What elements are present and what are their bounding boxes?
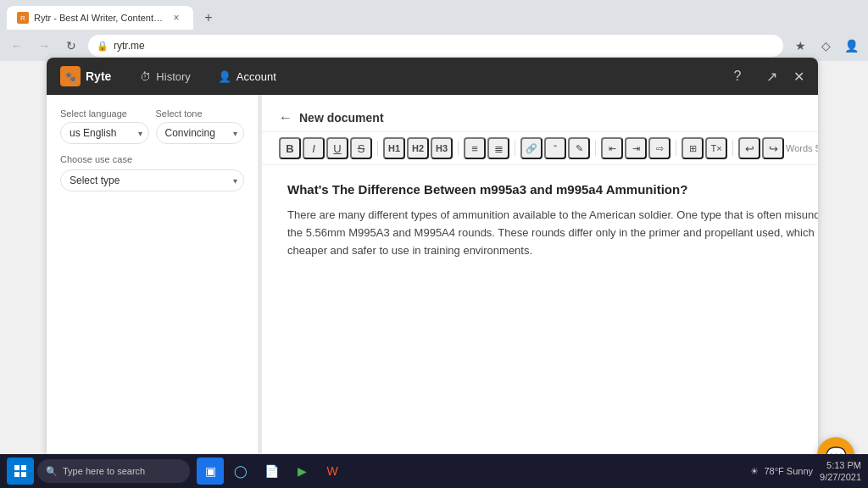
use-case-label: Choose use case: [60, 154, 244, 164]
doc-back-btn[interactable]: ←: [279, 110, 292, 125]
use-case-group: Choose use case Select type: [60, 154, 244, 191]
help-btn[interactable]: ?: [726, 64, 749, 88]
svg-rect-1: [21, 465, 26, 470]
quote-btn[interactable]: “: [544, 137, 566, 159]
strikethrough-btn[interactable]: S: [350, 137, 372, 159]
h1-btn[interactable]: H1: [383, 137, 405, 159]
align-left-btn[interactable]: ⇤: [601, 137, 623, 159]
url-lock-icon: 🔒: [97, 41, 108, 52]
toolbar-sep-5: [676, 141, 676, 156]
taskbar-app-1[interactable]: ▣: [197, 458, 224, 485]
weather-text: 78°F Sunny: [764, 466, 813, 476]
refresh-button[interactable]: ↻: [61, 36, 81, 56]
taskbar-app-2[interactable]: ◯: [227, 458, 254, 485]
svg-rect-0: [14, 465, 19, 470]
account-icon: 👤: [218, 70, 231, 83]
highlight-btn[interactable]: ✎: [568, 137, 590, 159]
taskbar-search[interactable]: 🔍 Type here to search: [37, 459, 190, 483]
tab-bar: R Rytr - Best AI Writer, Content G... × …: [0, 0, 868, 30]
tone-select-wrapper: Convincing: [156, 122, 245, 144]
taskbar-app-3[interactable]: 📄: [258, 458, 285, 485]
taskbar-app-4[interactable]: ▶: [288, 458, 315, 485]
app-window: 🐾 Ryte ⏱ History 👤 Account ? ↗ ✕ Se: [47, 58, 818, 456]
search-icon: 🔍: [46, 466, 58, 477]
toolbar-sep-2: [458, 141, 459, 156]
app-header: 🐾 Ryte ⏱ History 👤 Account ? ↗ ✕: [47, 58, 818, 95]
ul-btn[interactable]: ≡: [464, 137, 486, 159]
nav-items: ⏱ History 👤 Account: [128, 65, 726, 88]
profile-btn[interactable]: 👤: [841, 36, 861, 56]
underline-btn[interactable]: U: [326, 137, 348, 159]
doc-heading: What's The Difference Between m995a3 and…: [287, 182, 818, 197]
account-label: Account: [236, 70, 276, 83]
format-toolbar: B I U S H1 H2 H3 ≡ ≣ 🔗 “ ✎ ⇤ ⇥ ⇨ ⊞: [262, 132, 818, 165]
h2-btn[interactable]: H2: [407, 137, 429, 159]
word-char-count: Words 54 Characters 342: [786, 143, 818, 153]
svg-rect-3: [21, 472, 26, 477]
align-center-btn[interactable]: ⇥: [625, 137, 647, 159]
tab-title: Rytr - Best AI Writer, Content G...: [34, 13, 164, 23]
toolbar-sep-1: [377, 141, 378, 156]
language-label: Select language: [60, 108, 149, 119]
taskbar-right: ☀ 78°F Sunny 5:13 PM 9/27/2021: [750, 459, 861, 484]
history-label: History: [156, 70, 190, 83]
word-count-text: Words 54: [786, 143, 818, 153]
forward-button[interactable]: →: [34, 36, 54, 56]
history-nav-item[interactable]: ⏱ History: [128, 65, 202, 88]
redo-btn[interactable]: ↪: [762, 137, 784, 159]
active-tab[interactable]: R Rytr - Best AI Writer, Content G... ×: [7, 6, 193, 30]
h3-btn[interactable]: H3: [431, 137, 453, 159]
doc-body: There are many different types of ammuni…: [287, 207, 818, 259]
language-col: Select language us English: [60, 108, 149, 144]
use-case-select[interactable]: Select type: [60, 169, 244, 191]
taskbar-time: 5:13 PM 9/27/2021: [820, 459, 861, 484]
new-tab-btn[interactable]: +: [197, 6, 220, 30]
url-bar[interactable]: 🔒 rytr.me: [88, 35, 783, 57]
clear-btn[interactable]: T×: [705, 137, 727, 159]
sidebar: Select language us English Select tone C…: [47, 95, 259, 456]
browser-chrome: R Rytr - Best AI Writer, Content G... × …: [0, 0, 868, 61]
editor-header: ← New document ⋮: [262, 95, 818, 132]
weather-icon: ☀: [750, 466, 759, 477]
tone-select[interactable]: Convincing: [156, 122, 245, 144]
ol-btn[interactable]: ≣: [487, 137, 509, 159]
account-nav-item[interactable]: 👤 Account: [206, 65, 288, 88]
logo-icon: 🐾: [60, 66, 81, 86]
lang-tone-row: Select language us English Select tone C…: [60, 108, 244, 144]
browser-actions: ★ ◇ 👤: [790, 36, 861, 56]
link-btn[interactable]: 🔗: [520, 137, 542, 159]
bookmark-btn[interactable]: ★: [790, 36, 810, 56]
close-btn[interactable]: ✕: [793, 69, 804, 85]
editor-content[interactable]: What's The Difference Between m995a3 and…: [262, 165, 818, 456]
external-link-btn[interactable]: ↗: [760, 64, 783, 88]
use-case-select-wrapper: Select type: [60, 169, 244, 191]
sys-tray: ☀ 78°F Sunny: [750, 466, 813, 477]
search-placeholder: Type here to search: [63, 466, 145, 476]
app-body: Select language us English Select tone C…: [47, 95, 818, 456]
align-right-btn[interactable]: ⇨: [648, 137, 670, 159]
address-bar: ← → ↻ 🔒 rytr.me ★ ◇ 👤: [0, 30, 868, 61]
back-button[interactable]: ←: [7, 36, 27, 56]
nav-right: ? ↗ ✕: [726, 64, 804, 88]
doc-title: New document: [299, 111, 384, 125]
toolbar-sep-4: [595, 141, 596, 156]
italic-btn[interactable]: I: [303, 137, 325, 159]
taskbar: 🔍 Type here to search ▣ ◯ 📄 ▶ W ☀ 78°F S…: [0, 454, 868, 488]
extension-btn[interactable]: ◇: [815, 36, 836, 56]
table-btn[interactable]: ⊞: [682, 137, 704, 159]
tab-close-btn[interactable]: ×: [170, 12, 183, 24]
undo-btn[interactable]: ↩: [738, 137, 760, 159]
time-text: 5:13 PM: [820, 459, 861, 471]
app-logo: 🐾 Ryte: [60, 66, 111, 86]
language-select[interactable]: us English: [60, 122, 149, 144]
tone-label: Select tone: [156, 108, 245, 119]
tab-favicon: R: [17, 12, 29, 24]
date-text: 9/27/2021: [820, 471, 861, 483]
bold-btn[interactable]: B: [279, 137, 301, 159]
url-text: rytr.me: [114, 40, 775, 52]
history-icon: ⏱: [140, 70, 151, 83]
toolbar-sep-3: [515, 141, 515, 156]
logo-text: Ryte: [86, 69, 111, 83]
taskbar-app-5[interactable]: W: [319, 458, 346, 485]
start-button[interactable]: [7, 458, 34, 485]
